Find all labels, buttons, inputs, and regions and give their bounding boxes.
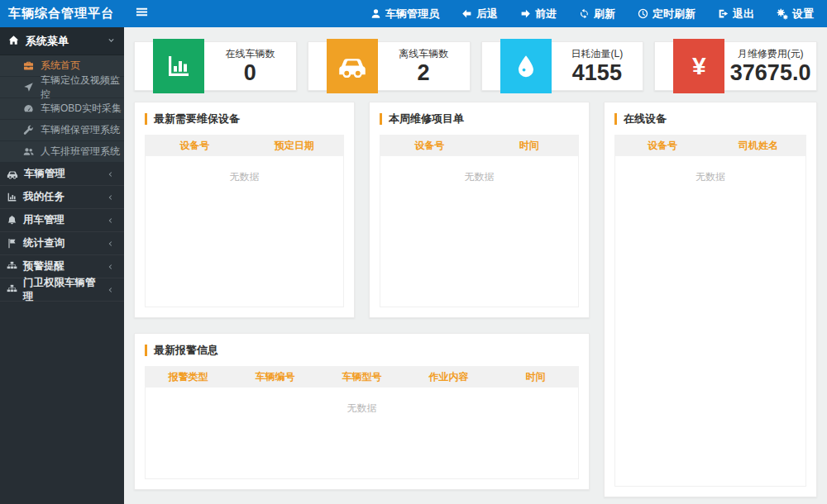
settings-button[interactable]: 设置 [777, 7, 814, 21]
arrow-right-icon [520, 8, 531, 19]
table-empty-state: 无数据 [614, 156, 806, 487]
left-panels-column: 最新需要维保设备 设备号 预定日期 无数据 [134, 102, 590, 490]
table: 设备号 时间 无数据 [380, 135, 579, 307]
sidebar-item-vehicle-use-management[interactable]: 用车管理 [0, 209, 124, 232]
sidebar-header-system-menu[interactable]: 系统菜单 [0, 27, 124, 55]
stat-label: 在线车辆数 [204, 47, 296, 61]
sidebar-item-vehicle-maintenance[interactable]: 车辆维保管理系统 [0, 120, 124, 141]
back-label: 后退 [476, 7, 498, 21]
right-panels-column: 在线设备 设备号 司机姓名 无数据 [604, 102, 817, 497]
car-icon [327, 39, 378, 93]
refresh-button[interactable]: 刷新 [579, 7, 615, 21]
sidebar-item-vehicle-location-video[interactable]: 车辆定位及视频监控 [0, 77, 124, 98]
empty-text: 无数据 [465, 171, 495, 183]
dashboard-icon [23, 103, 34, 114]
sidebar-item-my-tasks[interactable]: 我的任务 [0, 186, 124, 209]
accent-bar [614, 113, 617, 125]
sidebar-item-label: 系统首页 [41, 59, 80, 73]
stat-cards-row: 在线车辆数 0 离线车辆数 2 日耗油量(L) 4155 [134, 41, 817, 91]
panel-title-text: 最新报警信息 [154, 343, 218, 358]
chevron-down-icon [107, 36, 116, 45]
table-header: 报警类型 车辆编号 车辆型号 作业内容 时间 [145, 366, 579, 388]
bar-chart-icon [153, 39, 204, 93]
table: 报警类型 车辆编号 车辆型号 作业内容 时间 无数据 [145, 366, 579, 479]
briefcase-icon [23, 60, 34, 71]
menu-toggle-button[interactable] [136, 6, 148, 21]
column-header: 车辆编号 [232, 370, 318, 384]
sidebar-item-gate-permission-vehicle-management[interactable]: 门卫权限车辆管理 [0, 278, 124, 302]
stat-text: 在线车辆数 0 [204, 47, 296, 84]
sidebar-item-vehicle-obd[interactable]: 车辆OBD实时采集 [0, 98, 124, 120]
stat-value: 2 [378, 61, 470, 84]
settings-label: 设置 [792, 7, 814, 21]
stat-card-online-vehicles: 在线车辆数 0 [134, 41, 297, 91]
panel-online-devices: 在线设备 设备号 司机姓名 无数据 [604, 102, 817, 497]
timed-refresh-button[interactable]: 定时刷新 [638, 7, 696, 21]
car-icon [7, 169, 18, 180]
empty-text: 无数据 [230, 171, 260, 183]
column-header: 车辆型号 [318, 370, 405, 384]
drop-icon [500, 39, 552, 93]
chevron-left-icon [107, 263, 115, 271]
flag-icon [7, 238, 17, 249]
table-empty-state: 无数据 [145, 156, 344, 307]
vehicle-management-dashboard: 车辆综合管理平台 车辆管理员 后退 [0, 0, 827, 504]
bell-icon [7, 215, 17, 226]
panel-title: 最新需要维保设备 [135, 102, 354, 132]
empty-text: 无数据 [347, 402, 377, 414]
sign-out-icon [718, 8, 729, 19]
column-header: 设备号 [380, 139, 480, 153]
table-header: 设备号 预定日期 [145, 135, 344, 156]
accent-bar [145, 345, 147, 356]
panel-maintenance-devices: 最新需要维保设备 设备号 预定日期 无数据 [134, 102, 355, 318]
sidebar-item-vehicle-management[interactable]: 车辆管理 [0, 163, 124, 186]
stat-card-offline-vehicles: 离线车辆数 2 [308, 41, 471, 91]
yen-icon: ¥ [673, 39, 724, 93]
sidebar-item-label: 车辆OBD实时采集 [41, 102, 122, 116]
forward-button[interactable]: 前进 [520, 7, 557, 21]
chevron-left-icon [107, 286, 115, 294]
arrow-left-icon [461, 8, 472, 19]
column-header: 司机姓名 [710, 139, 806, 153]
main-content: 在线车辆数 0 离线车辆数 2 日耗油量(L) 4155 [124, 27, 827, 497]
app-title: 车辆综合管理平台 [0, 6, 124, 21]
stat-label: 月维修费用(元) [724, 47, 816, 61]
back-button[interactable]: 后退 [461, 7, 498, 21]
stat-text: 离线车辆数 2 [378, 47, 470, 84]
panel-weekly-repair-orders: 本周维修项目单 设备号 时间 无数据 [369, 102, 590, 318]
panel-title: 在线设备 [605, 102, 816, 132]
stat-text: 月维修费用(元) 37675.0 [724, 47, 816, 84]
stat-value: 37675.0 [724, 61, 816, 84]
panel-title: 本周维修项目单 [370, 102, 589, 132]
stat-card-monthly-repair-cost: ¥ 月维修费用(元) 37675.0 [654, 41, 817, 91]
panel-title: 最新报警信息 [135, 334, 589, 364]
sidebar-item-label: 车辆定位及视频监控 [41, 74, 124, 102]
stat-text: 日耗油量(L) 4155 [552, 47, 643, 84]
chevron-left-icon [107, 216, 115, 225]
timed-refresh-label: 定时刷新 [653, 7, 696, 21]
sidebar-item-staff-scheduling[interactable]: 人车排班管理系统 [0, 141, 124, 163]
gears-icon [777, 8, 788, 20]
users-icon [23, 146, 34, 157]
top-panels-row: 最新需要维保设备 设备号 预定日期 无数据 [134, 102, 590, 318]
sidebar-item-label: 我的任务 [23, 190, 65, 204]
column-header: 时间 [492, 370, 579, 384]
sidebar-item-statistics-query[interactable]: 统计查询 [0, 232, 124, 255]
panel-title-text: 在线设备 [624, 112, 667, 126]
panel-title-text: 本周维修项目单 [389, 112, 464, 126]
refresh-icon [579, 8, 590, 19]
column-header: 预定日期 [245, 139, 345, 153]
column-header: 时间 [480, 139, 580, 153]
user-icon [370, 8, 381, 19]
stat-card-daily-fuel: 日耗油量(L) 4155 [481, 41, 644, 91]
logout-button[interactable]: 退出 [718, 7, 754, 21]
sidebar-item-label: 统计查询 [23, 236, 65, 250]
column-header: 设备号 [614, 139, 710, 153]
table-empty-state: 无数据 [380, 156, 579, 307]
sidebar-item-label: 车辆管理 [24, 167, 65, 181]
user-menu[interactable]: 车辆管理员 [370, 7, 439, 21]
accent-bar [380, 113, 382, 125]
stat-label: 日耗油量(L) [552, 47, 643, 61]
location-arrow-icon [23, 82, 34, 93]
chevron-left-icon [107, 170, 115, 178]
